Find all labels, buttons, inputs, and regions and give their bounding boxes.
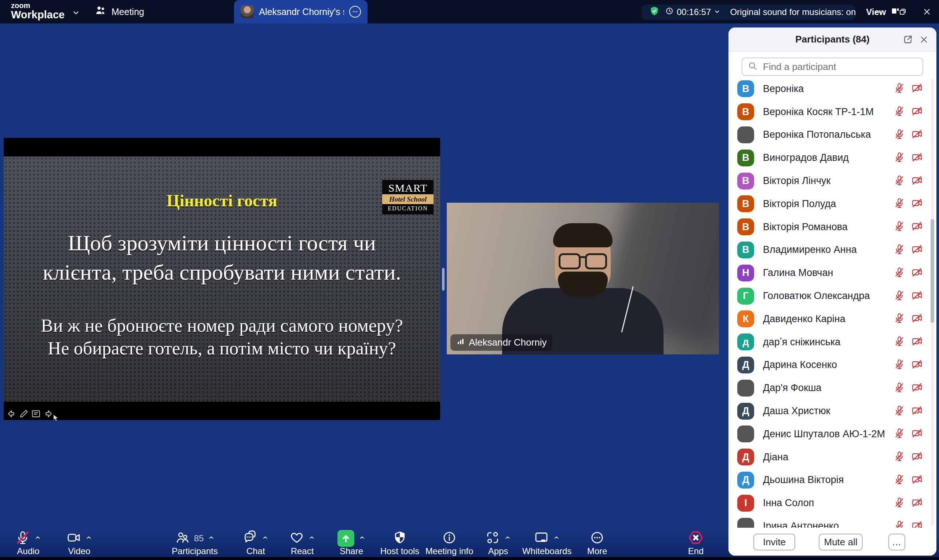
more-button[interactable]: More [567,530,627,556]
video-off-icon [911,175,922,187]
participant-row[interactable]: В Вікторія Полуда [728,192,931,215]
app-logo-bottom: Workplace [11,9,65,20]
timer-chevron-down-icon[interactable] [714,7,720,17]
mic-muted-icon [894,336,905,348]
participant-name: Дар'я Фокша [763,382,890,394]
participant-row[interactable]: Дар'я Фокша [728,376,931,400]
participant-status-icons [894,83,922,95]
video-chevron-up-icon[interactable] [85,534,92,542]
panel-more-button[interactable]: ... [888,534,905,551]
participant-row[interactable]: І Інна Солоп [728,491,931,515]
video-button[interactable]: Video [49,530,109,556]
popout-panel-icon[interactable] [902,34,914,45]
participant-avatar: Д [737,472,754,489]
tab-options-ellipsis-icon[interactable] [349,6,361,18]
more-ellipsis-icon [590,530,604,546]
participant-name: Вікторія Романова [763,222,890,233]
mic-muted-icon [894,359,905,371]
participant-row[interactable]: Д Дарина Косенко [728,354,931,377]
video-off-icon [911,129,922,141]
participant-row[interactable]: В Вікторія Романова [728,215,931,238]
participant-avatar: Н [737,265,754,282]
participant-row[interactable]: В Вероніка [728,77,931,100]
minimize-button[interactable] [867,0,891,23]
participant-status-icons [894,106,922,118]
participant-row[interactable]: Д Дьошина Вікторія [728,469,931,492]
participants-scrollbar-thumb[interactable] [931,219,934,323]
layout-divider-handle[interactable] [442,268,444,291]
share-tab-avatar [241,5,254,18]
participant-row[interactable]: Д Діана [728,446,931,469]
participant-avatar: В [737,218,754,235]
tab-screen-share[interactable]: Aleksandr Chorniy's screen [234,0,367,23]
slide-questions: Ви ж не бронюєте номер ради самого номер… [4,314,440,360]
participant-row[interactable]: Г Головатюк Олександра [728,285,931,308]
participants-chevron-up-icon[interactable] [208,534,214,542]
participant-row[interactable]: д дарʼя сніжинська [728,331,931,354]
participant-status-icons [894,359,922,371]
mute-all-button[interactable]: Mute all [819,534,863,551]
participant-search-box[interactable] [742,57,923,76]
invite-button[interactable]: Invite [753,534,795,551]
pen-tool-button[interactable] [19,409,29,420]
mic-muted-icon [894,451,905,463]
end-meeting-button[interactable]: End [666,530,726,556]
search-input[interactable] [762,61,917,73]
chat-icon [243,530,257,546]
close-panel-icon[interactable] [918,34,930,45]
participant-row[interactable]: В Вікторія Лінчук [728,169,931,192]
host-tools-shield-icon [392,530,407,546]
workspace-chevron-down-icon[interactable] [72,9,80,18]
participant-row[interactable]: В Виноградов Давид [728,146,931,169]
participant-row[interactable]: Вероніка Потопальська [728,123,931,146]
participant-row[interactable]: Д Даша Христюк [728,400,931,423]
video-off-icon [911,267,922,279]
audio-chevron-up-icon[interactable] [34,534,41,542]
video-off-icon [911,405,922,417]
participant-avatar: д [737,334,754,350]
participant-row[interactable]: К Давиденко Каріна [728,308,931,331]
video-label: Video [68,547,91,555]
speaker-video-tile[interactable]: Aleksandr Chorniy [447,203,719,354]
participant-row[interactable]: В Вероніка Косяк ТР-1-1М [728,100,931,123]
shared-screen: Цінності гостя SMART Hotel School EDUCAT… [4,138,440,420]
video-off-icon [911,382,922,394]
participant-name: Вероніка [763,83,890,95]
share-chevron-up-icon[interactable] [359,534,365,542]
notes-button[interactable] [31,409,41,420]
participant-status-icons [894,474,922,486]
prev-slide-button[interactable] [6,409,17,420]
slide-question-line1: Ви ж не бронюєте номер ради самого номер… [4,314,440,337]
mic-muted-icon [894,152,905,164]
participant-row[interactable]: Денис Шпуталов АЮ-1-2М [728,423,931,446]
apps-chevron-up-icon[interactable] [504,534,511,542]
close-button[interactable] [915,0,939,23]
participant-name: Дьошина Вікторія [763,474,890,486]
security-shield-icon[interactable] [649,6,660,19]
participant-name: Давиденко Каріна [763,313,890,325]
video-off-icon [911,244,922,256]
whiteboards-chevron-up-icon[interactable] [553,534,560,542]
presentation-slide: Цінності гостя SMART Hotel School EDUCAT… [4,157,440,402]
mic-muted-icon [894,382,905,394]
participant-row[interactable]: Н Галина Мовчан [728,261,931,285]
original-sound-status[interactable]: Original sound for musicians: on [730,7,856,17]
share-screen-icon [338,530,354,547]
participant-name: Вероніка Потопальська [763,129,890,140]
apps-label: Apps [488,547,508,555]
video-off-icon [911,497,922,509]
audio-level-bars-icon [456,337,465,348]
participant-avatar: В [737,195,754,212]
participant-avatar: Д [737,357,754,374]
react-chevron-up-icon[interactable] [308,534,315,542]
participant-status-icons [894,382,922,394]
meeting-people-icon [95,5,106,19]
chat-chevron-up-icon[interactable] [262,534,268,542]
participant-avatar: В [737,172,754,189]
participants-button[interactable]: 85 Participants [165,530,225,556]
participant-row[interactable]: В Владимиренко Анна [728,238,931,262]
app-logo-top: zoom [11,2,65,9]
restore-button[interactable] [891,0,915,23]
mic-muted-icon [894,497,905,509]
tab-meeting[interactable]: Meeting [95,0,144,23]
